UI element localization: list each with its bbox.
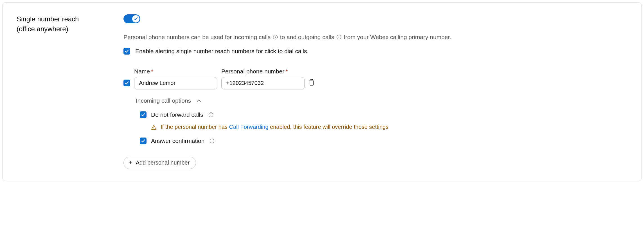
svg-point-10 (154, 129, 154, 129)
single-number-reach-card: Single number reach (office anywhere) Pe… (2, 2, 642, 181)
answer-confirmation-checkbox[interactable] (140, 138, 147, 144)
call-forwarding-link[interactable]: Call Forwarding (229, 124, 268, 130)
check-icon (125, 81, 129, 85)
add-personal-number-button[interactable]: + Add personal number (123, 157, 196, 169)
plus-icon: + (129, 160, 132, 166)
toggle-knob (132, 15, 139, 22)
section-content: Personal phone numbers can be used for i… (123, 14, 629, 169)
do-not-forward-label: Do not forward calls (151, 111, 203, 118)
desc-part3: from your Webex calling primary number. (344, 34, 451, 40)
check-icon (125, 49, 129, 53)
answer-confirmation-row: Answer confirmation (140, 138, 629, 144)
do-not-forward-checkbox[interactable] (140, 111, 147, 118)
number-entry-row: Name* Personal phone number* (123, 68, 629, 89)
phone-field: Personal phone number* (221, 68, 305, 89)
trash-icon (309, 78, 315, 86)
check-icon (134, 17, 138, 21)
incoming-options-toggle[interactable]: Incoming call options (136, 97, 629, 104)
desc-part1: Personal phone numbers can be used for i… (123, 34, 271, 40)
section-title: Single number reach (office anywhere) (17, 14, 112, 34)
incoming-options-label: Incoming call options (136, 97, 191, 104)
answer-confirmation-label: Answer confirmation (151, 138, 204, 144)
description-text: Personal phone numbers can be used for i… (123, 33, 629, 42)
check-icon (141, 112, 145, 117)
incoming-options-panel: Do not forward calls If the personal num… (140, 111, 629, 144)
info-icon[interactable] (210, 138, 215, 143)
enable-alerting-checkbox[interactable] (123, 48, 130, 55)
add-button-label: Add personal number (136, 159, 190, 166)
forwarding-warning: If the personal number has Call Forwardi… (151, 124, 629, 130)
enable-alerting-label: Enable alerting single number reach numb… (135, 48, 309, 55)
check-icon (141, 139, 145, 143)
required-asterisk: * (285, 68, 288, 75)
warning-suffix: enabled, this feature will override thos… (270, 124, 388, 130)
warning-prefix: If the personal number has (161, 124, 228, 130)
svg-point-12 (212, 140, 212, 140)
svg-point-4 (339, 36, 339, 36)
snr-toggle[interactable] (123, 14, 140, 23)
required-asterisk: * (151, 68, 153, 75)
do-not-forward-row: Do not forward calls (140, 111, 629, 118)
svg-point-7 (210, 113, 211, 114)
warning-text: If the personal number has Call Forwardi… (161, 124, 388, 130)
name-field: Name* (134, 68, 217, 89)
entry-check-wrapper (123, 80, 130, 87)
svg-rect-13 (212, 140, 212, 142)
chevron-up-icon (197, 99, 201, 102)
enable-alerting-row: Enable alerting single number reach numb… (123, 48, 629, 55)
phone-field-label: Personal phone number* (221, 68, 305, 75)
svg-point-1 (275, 36, 276, 36)
svg-rect-2 (275, 37, 276, 38)
svg-rect-8 (211, 114, 211, 116)
section-title-line1: Single number reach (17, 15, 79, 23)
phone-input[interactable] (221, 77, 305, 89)
info-icon[interactable] (273, 35, 278, 40)
name-label-text: Name (134, 68, 150, 75)
name-input[interactable] (134, 77, 217, 89)
svg-rect-5 (339, 37, 339, 38)
phone-label-text: Personal phone number (221, 68, 284, 75)
info-icon[interactable] (208, 112, 213, 117)
section-header: Single number reach (office anywhere) (17, 14, 112, 169)
warning-icon (151, 125, 157, 130)
entry-enable-checkbox[interactable] (123, 80, 130, 86)
svg-rect-9 (154, 127, 154, 128)
info-icon[interactable] (336, 35, 341, 40)
delete-entry-button[interactable] (309, 78, 315, 87)
section-title-line2: (office anywhere) (17, 25, 68, 33)
name-field-label: Name* (134, 68, 217, 75)
desc-part2: to and outgoing calls (280, 34, 334, 40)
